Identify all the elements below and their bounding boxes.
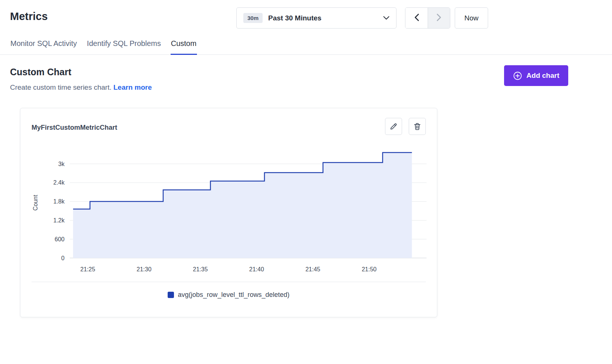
svg-text:Count: Count — [32, 195, 39, 211]
svg-text:600: 600 — [55, 236, 65, 242]
learn-more-link[interactable]: Learn more — [113, 83, 152, 91]
add-chart-button[interactable]: Add chart — [504, 65, 568, 86]
time-nav-group — [405, 7, 450, 29]
card-divider — [32, 282, 426, 282]
pencil-icon — [389, 122, 398, 130]
legend-swatch — [168, 292, 174, 298]
tab-bar: Monitor SQL Activity Identify SQL Proble… — [0, 36, 612, 55]
tab-identify-sql-problems[interactable]: Identify SQL Problems — [86, 36, 161, 55]
now-button[interactable]: Now — [455, 7, 488, 29]
svg-text:21:35: 21:35 — [193, 266, 208, 272]
svg-text:3k: 3k — [58, 161, 65, 167]
time-forward-button[interactable] — [428, 8, 450, 28]
chevron-right-icon — [437, 13, 441, 23]
time-range-dropdown[interactable]: 30m Past 30 Minutes — [236, 7, 397, 29]
chart-title: MyFirstCustomMetricChart — [32, 118, 117, 132]
custom-chart-plot: 06001.2k1.8k2.4k3k21:2521:3021:3521:4021… — [32, 143, 427, 279]
chevron-down-icon — [383, 16, 389, 20]
svg-text:1.8k: 1.8k — [53, 198, 65, 205]
trash-icon — [413, 122, 421, 130]
plus-circle-icon — [513, 71, 522, 80]
svg-text:1.2k: 1.2k — [53, 217, 65, 224]
svg-text:21:25: 21:25 — [80, 266, 95, 272]
time-range-label: Past 30 Minutes — [268, 14, 322, 22]
page-title: Metrics — [10, 10, 48, 23]
section-description-text: Create custom time series chart. — [10, 83, 111, 91]
custom-chart-card: MyFirstCustomMetricChart 06001.2k1.8k2.4… — [20, 108, 437, 317]
svg-text:21:50: 21:50 — [362, 266, 376, 272]
tab-custom[interactable]: Custom — [171, 36, 197, 55]
chevron-left-icon — [414, 13, 419, 23]
time-back-button[interactable] — [405, 8, 428, 28]
time-range-badge: 30m — [243, 13, 263, 23]
edit-chart-button[interactable] — [385, 118, 402, 135]
svg-text:0: 0 — [61, 255, 65, 261]
svg-text:21:30: 21:30 — [136, 266, 151, 272]
tab-monitor-sql-activity[interactable]: Monitor SQL Activity — [10, 36, 77, 55]
svg-text:2.4k: 2.4k — [53, 179, 65, 186]
legend-label: avg(jobs_row_level_ttl_rows_deleted) — [178, 291, 289, 299]
page-header: Metrics 30m Past 30 Minutes Now — [0, 0, 612, 33]
chart-legend[interactable]: avg(jobs_row_level_ttl_rows_deleted) — [32, 291, 426, 299]
delete-chart-button[interactable] — [409, 118, 426, 135]
custom-chart-section: Custom Chart Create custom time series c… — [0, 55, 612, 317]
svg-text:21:40: 21:40 — [249, 266, 264, 272]
add-chart-label: Add chart — [526, 72, 559, 80]
svg-text:21:45: 21:45 — [305, 266, 320, 272]
